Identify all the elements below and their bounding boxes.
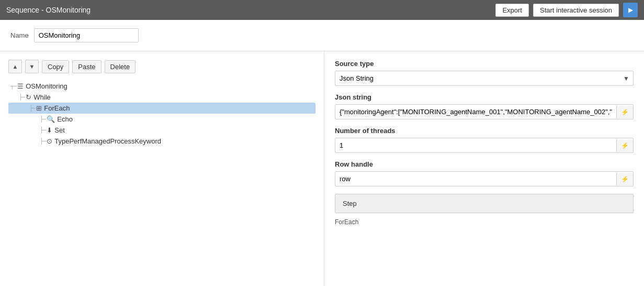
while-icon: ↻	[26, 93, 31, 101]
step-button[interactable]: Step	[335, 194, 634, 213]
connector-1: ├─	[19, 94, 25, 101]
lightning-icon-json: ⚡	[621, 108, 629, 116]
json-string-label: Json string	[335, 93, 634, 101]
footer-label: ForEach	[335, 218, 634, 226]
up-icon: ▲	[13, 63, 18, 70]
move-down-button[interactable]: ▼	[25, 60, 39, 73]
tree-item-set[interactable]: ├─ ⬇ Set	[8, 125, 315, 136]
tree-label-set: Set	[54, 126, 65, 134]
row-handle-wrapper: ⚡	[335, 171, 634, 186]
tree-item-foreach[interactable]: ├─ ⊞ ForEach	[8, 103, 315, 114]
source-type-wrapper: Json String CSV XML ▼	[335, 71, 634, 86]
tree-label-foreach: ForEach	[44, 104, 70, 112]
source-type-label: Source type	[335, 60, 634, 68]
right-panel: Source type Json String CSV XML ▼ Json s…	[324, 51, 644, 286]
tree-item-typeperf[interactable]: ├─ ⊙ TypePerfManagedProcessKeyword	[8, 136, 315, 147]
toolbar: ▲ ▼ Copy Paste Delete	[8, 60, 315, 73]
delete-button[interactable]: Delete	[105, 60, 136, 73]
name-input[interactable]	[34, 28, 139, 42]
export-button[interactable]: Export	[495, 4, 529, 17]
name-row: Name	[0, 20, 644, 51]
threads-lightning-button[interactable]: ⚡	[616, 139, 633, 152]
json-string-input[interactable]	[335, 105, 616, 119]
left-panel: ▲ ▼ Copy Paste Delete ┬─ ☰ OSMonitoring	[0, 51, 324, 286]
tree-label-echo: Echo	[57, 115, 73, 123]
name-label: Name	[10, 31, 29, 39]
connector-5: ├─	[40, 138, 46, 145]
connector-0: ┬─	[10, 83, 16, 90]
tree-item-while[interactable]: ├─ ↻ While	[8, 92, 315, 103]
threads-label: Number of threads	[335, 127, 634, 135]
tree-label-while: While	[33, 93, 51, 101]
connector-2: ├─	[29, 105, 35, 112]
down-icon: ▼	[29, 63, 35, 70]
tree-label-osmonitoring: OSMonitoring	[26, 82, 67, 90]
source-type-select[interactable]: Json String CSV XML	[335, 71, 634, 86]
move-up-button[interactable]: ▲	[8, 60, 22, 73]
set-icon: ⬇	[47, 126, 52, 134]
connector-4: ├─	[40, 127, 46, 134]
tree-item-osmonitoring[interactable]: ┬─ ☰ OSMonitoring	[8, 81, 315, 92]
json-string-lightning-button[interactable]: ⚡	[616, 106, 633, 118]
connector-3: ├─	[40, 116, 46, 123]
paste-button[interactable]: Paste	[72, 60, 101, 73]
two-panel: ▲ ▼ Copy Paste Delete ┬─ ☰ OSMonitoring	[0, 51, 644, 286]
play-button[interactable]: ▶	[623, 3, 638, 17]
page-title: Sequence - OSMonitoring	[6, 6, 91, 14]
top-bar: Sequence - OSMonitoring Export Start int…	[0, 0, 644, 20]
lightning-icon-threads: ⚡	[621, 142, 629, 149]
row-handle-lightning-button[interactable]: ⚡	[616, 173, 633, 185]
play-icon: ▶	[628, 6, 633, 14]
tree-label-typeperf: TypePerfManagedProcessKeyword	[54, 137, 161, 145]
tree: ┬─ ☰ OSMonitoring ├─ ↻ While ├─ ⊞ ForEac…	[8, 81, 315, 147]
main-content: Name ▲ ▼ Copy Paste Delete ┬─	[0, 20, 644, 286]
top-bar-actions: Export Start interactive session ▶	[495, 3, 638, 17]
typeperf-icon: ⊙	[47, 137, 52, 145]
json-string-wrapper: ⚡	[335, 104, 634, 119]
echo-icon: 🔍	[47, 115, 55, 123]
lightning-icon-row: ⚡	[621, 175, 629, 183]
copy-button[interactable]: Copy	[42, 60, 69, 73]
foreach-icon: ⊞	[36, 104, 42, 112]
start-session-button[interactable]: Start interactive session	[533, 4, 619, 17]
sequence-icon: ☰	[17, 82, 24, 90]
threads-input[interactable]	[335, 138, 616, 152]
tree-item-echo[interactable]: ├─ 🔍 Echo	[8, 114, 315, 125]
row-handle-label: Row handle	[335, 160, 634, 168]
row-handle-input[interactable]	[335, 172, 616, 186]
threads-wrapper: ⚡	[335, 138, 634, 153]
